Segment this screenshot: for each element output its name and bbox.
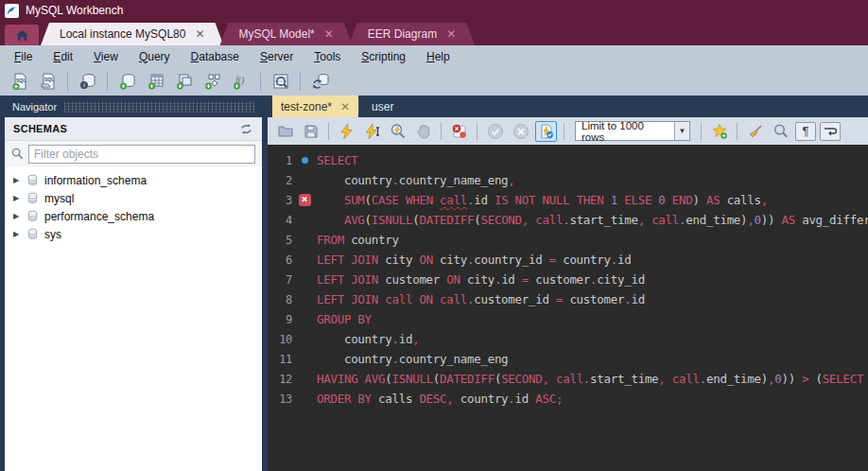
editor-tab-test-zone[interactable]: test-zone* ✕ xyxy=(272,96,358,117)
menu-query[interactable]: Query xyxy=(129,47,181,66)
reconnect-dbms-button[interactable] xyxy=(308,70,332,93)
code-line[interactable]: 11 country.country_name_eng xyxy=(268,349,868,369)
close-tab-icon[interactable]: ✕ xyxy=(446,28,456,40)
beautify-button[interactable] xyxy=(744,121,766,142)
commit-button[interactable] xyxy=(484,121,506,142)
schema-item-information-schema[interactable]: ▶ information_schema xyxy=(5,171,262,189)
toggle-autocommit-button[interactable] xyxy=(535,121,557,142)
expand-arrow-icon[interactable]: ▶ xyxy=(13,194,21,202)
code-line[interactable]: 9GROUP BY xyxy=(268,309,868,329)
menu-scripting[interactable]: Scripting xyxy=(351,47,416,66)
code-text: LEFT JOIN customer ON city.id = customer… xyxy=(317,272,645,287)
dropdown-arrow-icon[interactable]: ▼ xyxy=(674,122,689,140)
expand-arrow-icon[interactable]: ▶ xyxy=(13,212,21,220)
show-invisibles-button[interactable]: ¶ xyxy=(795,122,816,141)
open-sql-script-button[interactable]: SQL xyxy=(36,70,60,93)
code-editor[interactable]: 1SELECT2 country.country_name_eng,3 SUM(… xyxy=(268,145,868,471)
line-number: 8 xyxy=(268,293,292,306)
toolbar-divider xyxy=(260,73,261,91)
sql-editor: test-zone* ✕ user xyxy=(268,96,868,471)
navigator-header[interactable]: Navigator xyxy=(5,96,262,117)
create-procedure-button[interactable] xyxy=(200,70,224,93)
code-text: SELECT xyxy=(317,153,357,167)
schema-item-sys[interactable]: ▶ sys xyxy=(5,225,262,243)
schema-name: information_schema xyxy=(44,174,147,187)
editor-tab-user[interactable]: user xyxy=(359,96,406,117)
menu-help[interactable]: Help xyxy=(416,47,460,66)
code-text: GROUP BY xyxy=(317,312,372,326)
save-snippet-button[interactable] xyxy=(708,121,730,142)
find-magnifier-icon xyxy=(773,123,790,140)
sql-editor-toolbar: Limit to 1000 rows ▼ ¶ xyxy=(268,117,868,145)
toolbar-divider xyxy=(328,123,329,140)
search-table-data-button[interactable] xyxy=(269,70,292,93)
tab-local-instance[interactable]: Local instance MySQL80 ✕ xyxy=(41,23,223,45)
close-editor-tab-icon[interactable]: ✕ xyxy=(340,100,350,113)
home-tab[interactable] xyxy=(5,25,39,45)
schemas-section-header: SCHEMAS xyxy=(5,117,262,141)
rollback-x-icon xyxy=(512,123,529,140)
execute-current-bolt-icon xyxy=(364,123,381,140)
filter-objects-input[interactable] xyxy=(28,145,255,164)
new-query-tab-button[interactable]: SQL xyxy=(8,70,31,93)
create-schema-button[interactable] xyxy=(115,70,139,93)
open-script-button[interactable] xyxy=(274,121,296,142)
menu-server[interactable]: Server xyxy=(250,47,304,66)
menu-database[interactable]: Database xyxy=(181,47,250,66)
find-button[interactable] xyxy=(770,121,791,142)
code-line[interactable]: 4 AVG(ISNULL(DATEDIFF(SECOND, call.start… xyxy=(268,210,868,230)
code-line[interactable]: 5FROM country xyxy=(268,230,868,250)
menu-tools[interactable]: Tools xyxy=(304,47,351,66)
limit-rows-dropdown[interactable]: Limit to 1000 rows ▼ xyxy=(575,121,690,141)
create-view-icon xyxy=(175,72,194,91)
code-line[interactable]: 1SELECT xyxy=(268,150,868,170)
explain-button[interactable] xyxy=(387,121,408,142)
tab-eer-diagram[interactable]: EER Diagram ✕ xyxy=(349,23,475,45)
execute-current-statement-button[interactable] xyxy=(361,121,383,142)
create-table-button[interactable] xyxy=(144,70,167,93)
toggle-stop-on-error-button[interactable] xyxy=(448,121,470,142)
menu-file[interactable]: File xyxy=(4,47,43,66)
code-line[interactable]: 6LEFT JOIN city ON city.country_id = cou… xyxy=(268,250,868,270)
code-line[interactable]: 7LEFT JOIN customer ON city.id = custome… xyxy=(268,270,868,289)
code-line[interactable]: 12HAVING AVG(ISNULL(DATEDIFF(SECOND, cal… xyxy=(268,369,868,389)
dolphin-glyph xyxy=(7,6,17,16)
schema-item-mysql[interactable]: ▶ mysql xyxy=(5,189,262,207)
menu-edit[interactable]: Edit xyxy=(43,47,83,66)
expand-arrow-icon[interactable]: ▶ xyxy=(13,230,21,238)
tab-mysql-model[interactable]: MySQL Model* ✕ xyxy=(219,23,352,45)
create-view-button[interactable] xyxy=(172,70,196,93)
line-number: 9 xyxy=(268,313,292,326)
execute-button[interactable] xyxy=(336,121,357,142)
window-title: MySQL Workbench xyxy=(26,4,123,17)
toggle-wrap-button[interactable] xyxy=(820,122,841,141)
home-icon xyxy=(15,29,29,42)
code-line[interactable]: 13ORDER BY calls DESC, country.id ASC; xyxy=(268,389,868,409)
panel-grip-texture[interactable] xyxy=(64,101,254,113)
limit-rows-value: Limit to 1000 rows xyxy=(576,122,674,140)
editor-tab-label: test-zone* xyxy=(281,100,332,113)
rollback-button[interactable] xyxy=(510,121,531,142)
schema-item-performance-schema[interactable]: ▶ performance_schema xyxy=(5,207,262,225)
code-line[interactable]: 2 country.country_name_eng, xyxy=(268,170,868,190)
body: Navigator SCHEMAS ▶ information_schema xyxy=(0,96,868,471)
create-function-button[interactable]: f() xyxy=(229,70,252,93)
inspector-button[interactable]: i xyxy=(76,70,99,93)
stop-button[interactable] xyxy=(412,121,434,142)
save-script-button[interactable] xyxy=(300,121,321,142)
expand-arrow-icon[interactable]: ▶ xyxy=(13,176,21,184)
close-tab-icon[interactable]: ✕ xyxy=(195,28,204,40)
code-text: country.country_name_eng xyxy=(317,352,508,366)
code-text: SUM(CASE WHEN call.id IS NOT NULL THEN 1… xyxy=(317,193,768,207)
svg-text:SQL: SQL xyxy=(44,77,54,82)
svg-text:i: i xyxy=(83,81,85,89)
code-line[interactable]: 3 SUM(CASE WHEN call.id IS NOT NULL THEN… xyxy=(268,190,868,210)
create-function-icon: f() xyxy=(232,72,251,91)
refresh-schemas-icon[interactable] xyxy=(239,123,253,135)
menu-view[interactable]: View xyxy=(83,47,129,66)
close-tab-icon[interactable]: ✕ xyxy=(324,28,334,40)
code-line[interactable]: 10 country.id, xyxy=(268,329,868,349)
filter-row xyxy=(5,141,262,166)
save-floppy-icon xyxy=(303,123,320,140)
code-line[interactable]: 8LEFT JOIN call ON call.customer_id = cu… xyxy=(268,289,868,309)
